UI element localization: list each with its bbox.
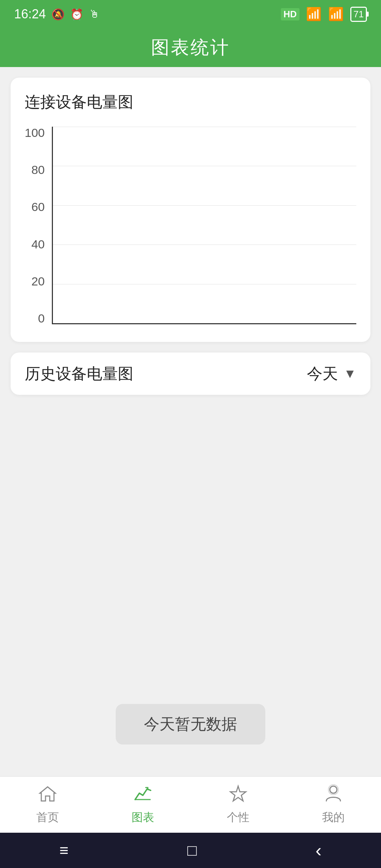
- grid-line-60: [53, 205, 356, 206]
- nav-label-home: 首页: [36, 810, 59, 825]
- silent-icon: 🔕: [52, 8, 65, 20]
- grid-line-100: [53, 127, 356, 127]
- chart-icon: [133, 784, 153, 807]
- main-content: 连接设备电量图 100 80 60 40 20 0: [0, 67, 381, 776]
- grid-line-40: [53, 245, 356, 245]
- user-icon: [323, 784, 343, 807]
- time-display: 16:24: [14, 7, 46, 22]
- home-icon: [38, 784, 58, 807]
- y-axis: 100 80 60 40 20 0: [25, 127, 52, 324]
- nav-item-personality[interactable]: 个性: [227, 784, 249, 825]
- svg-marker-1: [230, 786, 246, 801]
- status-bar-left: 16:24 🔕 ⏰ 🖱: [14, 7, 99, 22]
- history-card-title: 历史设备电量图: [25, 363, 133, 384]
- nav-label-mine: 我的: [322, 810, 345, 825]
- history-device-chart-card[interactable]: 历史设备电量图 今天 ▼: [11, 352, 370, 395]
- chart-plot-area: [52, 127, 356, 324]
- nav-label-chart: 图表: [132, 810, 154, 825]
- battery-indicator: 71: [350, 7, 367, 22]
- y-label-40: 40: [31, 238, 45, 250]
- alarm-icon: ⏰: [70, 8, 83, 20]
- nav-label-personality: 个性: [227, 810, 249, 825]
- selected-period: 今天: [307, 363, 338, 384]
- y-label-100: 100: [25, 127, 45, 139]
- nav-item-chart[interactable]: 图表: [132, 784, 154, 825]
- system-nav-bar: ≡ □ ‹: [0, 833, 381, 868]
- empty-message: 今天暂无数据: [116, 704, 265, 745]
- svg-point-2: [330, 786, 337, 793]
- y-label-80: 80: [31, 164, 45, 176]
- home-button[interactable]: □: [187, 842, 197, 859]
- hd-label: HD: [281, 8, 300, 20]
- empty-area: 今天暂无数据: [11, 405, 370, 766]
- grid-line-20: [53, 284, 356, 284]
- dropdown-arrow-icon[interactable]: ▼: [344, 366, 356, 381]
- cursor-icon: 🖱: [89, 8, 99, 20]
- signal-icon: 📶: [306, 7, 322, 22]
- nav-item-home[interactable]: 首页: [36, 784, 59, 825]
- y-label-20: 20: [31, 275, 45, 287]
- back-button[interactable]: ‹: [315, 840, 321, 861]
- page-header: 图表统计: [0, 28, 381, 67]
- y-label-60: 60: [31, 201, 45, 213]
- chart-card-title: 连接设备电量图: [25, 92, 356, 113]
- bottom-nav: 首页 图表 个性 我的: [0, 776, 381, 833]
- chart-area: 100 80 60 40 20 0: [25, 127, 356, 324]
- menu-button[interactable]: ≡: [59, 842, 68, 859]
- nav-item-mine[interactable]: 我的: [322, 784, 345, 825]
- connected-device-chart-card: 连接设备电量图 100 80 60 40 20 0: [11, 78, 370, 342]
- period-selector[interactable]: 今天 ▼: [307, 363, 356, 384]
- page-title: 图表统计: [151, 35, 230, 60]
- status-bar-right: HD 📶 📶 71: [281, 7, 367, 22]
- wifi-icon: 📶: [328, 7, 344, 22]
- star-icon: [228, 784, 248, 807]
- y-label-0: 0: [38, 312, 45, 324]
- grid-line-80: [53, 166, 356, 166]
- status-bar: 16:24 🔕 ⏰ 🖱 HD 📶 📶 71: [0, 0, 381, 28]
